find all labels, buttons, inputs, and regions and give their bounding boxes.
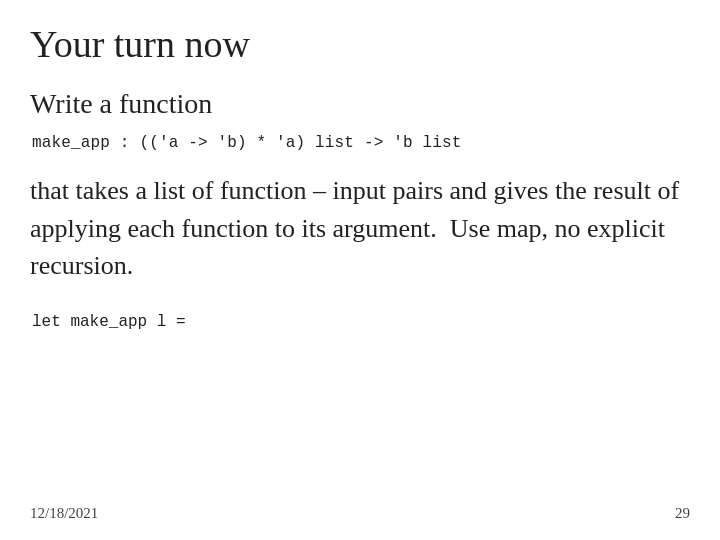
footer-page-number: 29 [675, 505, 690, 522]
section-subtitle: Write a function [30, 88, 690, 120]
footer: 12/18/2021 29 [30, 505, 690, 522]
code-signature: make_app : (('a -> 'b) * 'a) list -> 'b … [32, 134, 690, 152]
footer-date: 12/18/2021 [30, 505, 98, 522]
page-title: Your turn now [30, 22, 690, 66]
code-snippet: let make_app l = [32, 313, 690, 331]
description-text: that takes a list of function – input pa… [30, 172, 690, 285]
page-container: Your turn now Write a function make_app … [0, 0, 720, 540]
